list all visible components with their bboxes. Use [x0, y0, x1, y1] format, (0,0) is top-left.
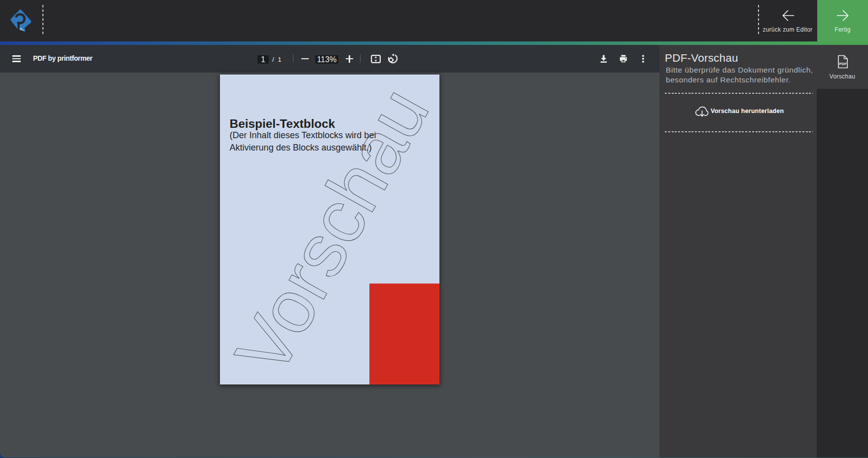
svg-text:PDF: PDF — [839, 62, 847, 66]
svg-text:Beispiel-Textblock: Beispiel-Textblock — [230, 117, 335, 130]
svg-text:Aktivierung des Blocks ausgewä: Aktivierung des Blocks ausgewählt.) — [230, 143, 372, 153]
svg-text:(Der Inhalt dieses Textblocks: (Der Inhalt dieses Textblocks wird bei — [230, 130, 376, 140]
